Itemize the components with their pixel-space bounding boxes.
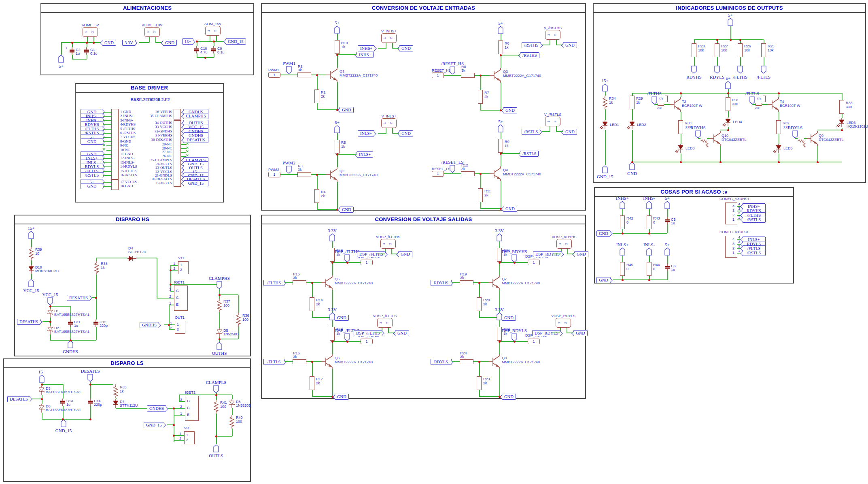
- junction-dot: [173, 424, 175, 426]
- junction-dot: [316, 74, 318, 76]
- wire: [332, 341, 333, 354]
- wire: [667, 209, 668, 217]
- power-pentagon-icon: [58, 55, 64, 63]
- pin-label: 9-NC: [120, 143, 128, 147]
- power-pentagon-icon: [39, 375, 45, 383]
- resistor-ref: R36: [242, 313, 249, 318]
- ic-pin-number: 1: [173, 262, 175, 266]
- pin-label: 34-OUTHS: [136, 121, 172, 125]
- ic-pin-name: 1: [180, 263, 182, 267]
- wire: [311, 174, 326, 175]
- resistor-value: 2k: [321, 94, 325, 98]
- net-flag-INLS+: INLS+: [357, 151, 373, 158]
- resistor-value: 100: [236, 420, 242, 424]
- resistor-icon: [498, 139, 503, 153]
- wire: [452, 282, 460, 283]
- npn-transistor-icon: [488, 354, 503, 369]
- wire: [216, 394, 232, 395]
- net-flag-GND: GND: [340, 107, 354, 113]
- jumper-pin-1: 1: [383, 37, 386, 39]
- junction-dot: [215, 435, 217, 437]
- power-pentagon-icon: [213, 385, 219, 393]
- net-flag-DESATHS: DESATHS: [17, 319, 40, 325]
- net-flag-INHS+: INHS+: [358, 45, 375, 51]
- net-flag-label: 5+: [651, 196, 683, 200]
- ic-pin-number: 1: [179, 432, 181, 436]
- junction-dot: [727, 92, 729, 94]
- pin-label: 12-INLS+: [120, 156, 135, 160]
- wire: [72, 59, 87, 60]
- wire: [216, 36, 217, 41]
- wire: [103, 124, 111, 125]
- wire: [179, 395, 180, 401]
- ic-pin-number: 1: [169, 301, 171, 305]
- wire: [332, 241, 333, 248]
- resistor-value: 2k: [316, 381, 320, 385]
- wire: [694, 39, 764, 40]
- pin-label: 29-NC: [136, 142, 172, 146]
- capacitor-value: 1u: [76, 51, 80, 55]
- wire: [103, 182, 111, 183]
- ic-ref: IGBT2: [185, 390, 195, 394]
- resistor-icon: [620, 215, 625, 229]
- resistor-value: 1k: [505, 45, 509, 49]
- wire: [550, 40, 550, 45]
- resistor-icon: [314, 189, 319, 203]
- resistor-ref: R14: [316, 298, 323, 302]
- wire: [337, 34, 338, 40]
- wire: [480, 104, 481, 110]
- junction-dot: [168, 324, 170, 326]
- net-flag-label: GND_15: [47, 428, 80, 433]
- resistor-ref: R11: [484, 189, 491, 193]
- section-title: DISPARO HS: [15, 215, 250, 224]
- wire: [198, 41, 225, 42]
- resistor-ref: R30: [685, 121, 692, 125]
- resistor-icon: [620, 262, 625, 276]
- junction-dot: [170, 269, 172, 271]
- ic-body: [175, 321, 185, 334]
- net-flag-GND: GND: [335, 315, 349, 321]
- resistor-ref: R17: [316, 377, 323, 381]
- jumper-pin-1: 1: [547, 34, 550, 36]
- junction-dot: [778, 161, 780, 163]
- pin-label: 31-VEEHS: [136, 133, 172, 137]
- net-flag-/RSTLS: /RSTLS: [520, 151, 539, 157]
- wire: [632, 109, 633, 120]
- wire: [392, 133, 399, 134]
- wire: [219, 294, 238, 295]
- resistor-icon: [839, 100, 844, 114]
- wire: [386, 128, 386, 134]
- net-flag-label: 15+: [15, 226, 47, 230]
- ic-pin-name: E: [176, 303, 178, 307]
- net-flag-15+: 15+: [182, 38, 193, 45]
- junction-dot: [778, 92, 780, 94]
- net-flag-label: CLAMPHS: [203, 276, 236, 281]
- jumper-pin-1: 1: [85, 31, 88, 33]
- junction-dot: [680, 161, 682, 163]
- resistor-icon: [763, 96, 766, 102]
- resistor-value: 10k: [698, 48, 704, 52]
- wire: [317, 75, 318, 90]
- diode-value: STTH112U: [128, 250, 146, 254]
- resistor-value: 3k: [298, 168, 302, 172]
- resistor-value: 100: [220, 405, 226, 409]
- diode-icon: [229, 399, 235, 408]
- wire: [174, 415, 185, 416]
- net-flag-label: 5+: [712, 76, 744, 81]
- wire: [499, 320, 500, 327]
- net-flag-GND: GND: [502, 315, 516, 321]
- net-flag-/FLTHS: /FLTHS: [263, 280, 284, 286]
- jumper-pin-1: 1: [558, 243, 562, 245]
- wire: [391, 254, 398, 254]
- npn-transistor-icon: [490, 166, 504, 181]
- capacitor-icon: [194, 46, 199, 53]
- net-flag-GND: GND: [502, 394, 516, 400]
- resistor-ref: R34: [609, 96, 616, 100]
- wire: [501, 34, 501, 41]
- ic-pin-number: 3: [169, 288, 171, 292]
- transistor-ref: Q6: [335, 356, 340, 360]
- jumper-pin-1: 1: [382, 243, 386, 245]
- resistor-ref: R33: [846, 101, 853, 105]
- wire: [378, 133, 386, 134]
- pin-label: 13-INLS-: [120, 160, 134, 164]
